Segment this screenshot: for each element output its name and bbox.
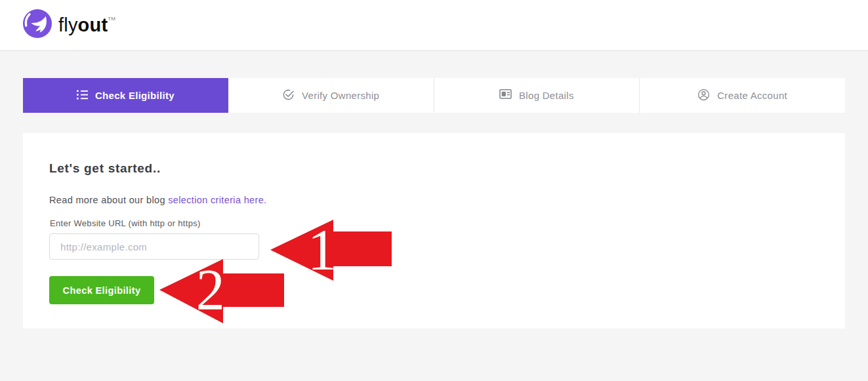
- website-url-input[interactable]: [49, 233, 259, 260]
- website-url-label: Enter Website URL (with http or https): [50, 218, 201, 228]
- flyout-logo-icon: [23, 9, 52, 41]
- tab-create-account[interactable]: Create Account: [640, 78, 845, 113]
- tab-check-eligibility[interactable]: Check Eligibility: [23, 78, 228, 113]
- flyout-logo[interactable]: flyoutTM: [23, 9, 115, 41]
- page-title: Let's get started..: [49, 161, 161, 176]
- intro-text: Read more about our blog selection crite…: [49, 195, 267, 205]
- check-eligibility-button[interactable]: Check Eligibility: [49, 276, 154, 304]
- check-eligibility-panel: Let's get started.. Read more about our …: [23, 133, 845, 329]
- tab-label: Verify Ownership: [302, 90, 379, 101]
- article-icon: [499, 89, 512, 102]
- wizard-tabs: Check Eligibility Verify Ownership Blog …: [23, 78, 845, 113]
- check-circle-icon: [282, 89, 295, 103]
- list-icon: [77, 90, 88, 102]
- intro-plain-text: Read more about our blog: [49, 195, 168, 205]
- brand-name: flyoutTM: [58, 14, 115, 36]
- tab-verify-ownership[interactable]: Verify Ownership: [228, 78, 434, 113]
- tab-label: Blog Details: [519, 90, 574, 101]
- tab-label: Create Account: [717, 90, 787, 101]
- account-circle-icon: [697, 89, 710, 103]
- trademark-mark: TM: [108, 16, 115, 22]
- app-header: flyoutTM: [0, 0, 868, 50]
- tab-label: Check Eligibility: [95, 90, 175, 101]
- tab-blog-details[interactable]: Blog Details: [434, 78, 640, 113]
- selection-criteria-link[interactable]: selection criteria here.: [168, 195, 266, 205]
